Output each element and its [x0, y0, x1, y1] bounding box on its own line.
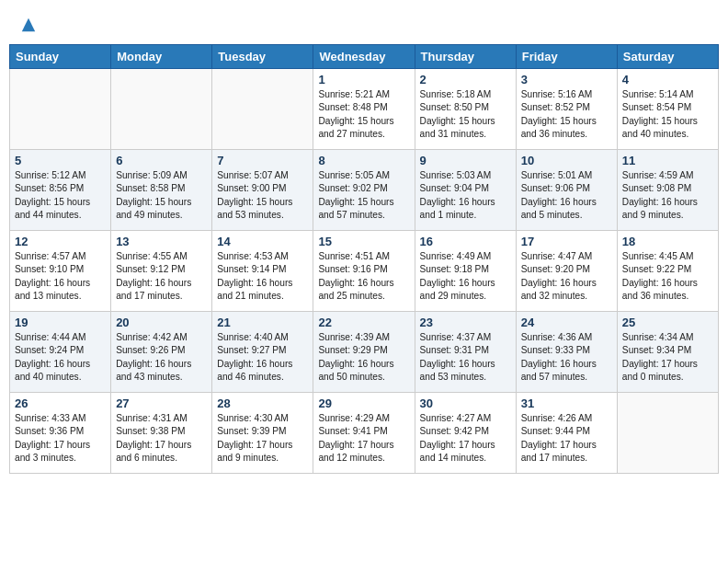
day-number: 13 [116, 235, 207, 248]
svg-marker-0 [22, 18, 35, 31]
day-detail: Sunrise: 5:14 AM Sunset: 8:54 PM Dayligh… [622, 88, 713, 141]
day-number: 22 [318, 316, 409, 329]
calendar-week-row: 19Sunrise: 4:44 AM Sunset: 9:24 PM Dayli… [10, 312, 719, 393]
day-detail: Sunrise: 4:59 AM Sunset: 9:08 PM Dayligh… [622, 169, 713, 222]
day-detail: Sunrise: 4:51 AM Sunset: 9:16 PM Dayligh… [318, 250, 409, 303]
day-number: 20 [116, 316, 207, 329]
calendar-day: 12Sunrise: 4:57 AM Sunset: 9:10 PM Dayli… [10, 231, 111, 312]
calendar-day: 8Sunrise: 5:05 AM Sunset: 9:02 PM Daylig… [313, 150, 415, 231]
calendar-week-row: 1Sunrise: 5:21 AM Sunset: 8:48 PM Daylig… [10, 69, 719, 150]
day-detail: Sunrise: 5:12 AM Sunset: 8:56 PM Dayligh… [15, 169, 106, 222]
day-detail: Sunrise: 5:18 AM Sunset: 8:50 PM Dayligh… [420, 88, 511, 141]
calendar-day: 9Sunrise: 5:03 AM Sunset: 9:04 PM Daylig… [415, 150, 516, 231]
logo [18, 18, 37, 35]
calendar-day: 13Sunrise: 4:55 AM Sunset: 9:12 PM Dayli… [111, 231, 212, 312]
day-number: 2 [420, 73, 511, 86]
calendar-day: 22Sunrise: 4:39 AM Sunset: 9:29 PM Dayli… [313, 312, 415, 393]
day-header-wednesday: Wednesday [313, 45, 415, 69]
day-number: 8 [318, 154, 409, 167]
calendar-day: 21Sunrise: 4:40 AM Sunset: 9:27 PM Dayli… [212, 312, 313, 393]
day-detail: Sunrise: 5:07 AM Sunset: 9:00 PM Dayligh… [217, 169, 308, 222]
day-number: 9 [420, 154, 511, 167]
day-number: 30 [420, 396, 511, 410]
day-detail: Sunrise: 4:42 AM Sunset: 9:26 PM Dayligh… [116, 331, 207, 384]
day-detail: Sunrise: 4:26 AM Sunset: 9:44 PM Dayligh… [521, 412, 612, 465]
day-number: 7 [217, 154, 308, 167]
day-detail: Sunrise: 4:49 AM Sunset: 9:18 PM Dayligh… [420, 250, 511, 303]
day-detail: Sunrise: 5:01 AM Sunset: 9:06 PM Dayligh… [521, 169, 612, 222]
day-number: 26 [15, 396, 106, 410]
calendar-week-row: 5Sunrise: 5:12 AM Sunset: 8:56 PM Daylig… [10, 150, 719, 231]
calendar-day: 14Sunrise: 4:53 AM Sunset: 9:14 PM Dayli… [212, 231, 313, 312]
day-number: 23 [420, 316, 511, 329]
day-number: 27 [116, 396, 207, 410]
day-number: 28 [217, 396, 308, 410]
day-detail: Sunrise: 4:57 AM Sunset: 9:10 PM Dayligh… [15, 250, 106, 303]
calendar-day: 27Sunrise: 4:31 AM Sunset: 9:38 PM Dayli… [111, 393, 212, 474]
calendar-day [617, 393, 718, 474]
day-number: 21 [217, 316, 308, 329]
day-number: 24 [521, 316, 612, 329]
calendar-day: 25Sunrise: 4:34 AM Sunset: 9:34 PM Dayli… [617, 312, 718, 393]
calendar-day: 18Sunrise: 4:45 AM Sunset: 9:22 PM Dayli… [617, 231, 718, 312]
day-number: 11 [622, 154, 713, 167]
calendar-day: 6Sunrise: 5:09 AM Sunset: 8:58 PM Daylig… [111, 150, 212, 231]
calendar-day [10, 69, 111, 150]
day-detail: Sunrise: 4:34 AM Sunset: 9:34 PM Dayligh… [622, 331, 713, 384]
calendar-day: 24Sunrise: 4:36 AM Sunset: 9:33 PM Dayli… [516, 312, 617, 393]
day-detail: Sunrise: 4:29 AM Sunset: 9:41 PM Dayligh… [318, 412, 409, 465]
calendar-day [111, 69, 212, 150]
day-detail: Sunrise: 5:16 AM Sunset: 8:52 PM Dayligh… [521, 88, 612, 141]
calendar-day: 11Sunrise: 4:59 AM Sunset: 9:08 PM Dayli… [617, 150, 718, 231]
day-detail: Sunrise: 4:33 AM Sunset: 9:36 PM Dayligh… [15, 412, 106, 465]
day-header-saturday: Saturday [617, 45, 718, 69]
day-number: 19 [15, 316, 106, 329]
calendar-day: 28Sunrise: 4:30 AM Sunset: 9:39 PM Dayli… [212, 393, 313, 474]
day-number: 15 [318, 235, 409, 248]
day-number: 6 [116, 154, 207, 167]
day-detail: Sunrise: 4:47 AM Sunset: 9:20 PM Dayligh… [521, 250, 612, 303]
day-number: 5 [15, 154, 106, 167]
calendar-day: 31Sunrise: 4:26 AM Sunset: 9:44 PM Dayli… [516, 393, 617, 474]
calendar-header-row: SundayMondayTuesdayWednesdayThursdayFrid… [10, 45, 719, 69]
day-number: 16 [420, 235, 511, 248]
day-number: 18 [622, 235, 713, 248]
calendar-day: 10Sunrise: 5:01 AM Sunset: 9:06 PM Dayli… [516, 150, 617, 231]
day-detail: Sunrise: 4:53 AM Sunset: 9:14 PM Dayligh… [217, 250, 308, 303]
day-number: 12 [15, 235, 106, 248]
calendar-table: SundayMondayTuesdayWednesdayThursdayFrid… [9, 44, 719, 474]
day-number: 1 [318, 73, 409, 86]
day-header-monday: Monday [111, 45, 212, 69]
calendar-day: 2Sunrise: 5:18 AM Sunset: 8:50 PM Daylig… [415, 69, 516, 150]
calendar-day: 4Sunrise: 5:14 AM Sunset: 8:54 PM Daylig… [617, 69, 718, 150]
calendar-day: 3Sunrise: 5:16 AM Sunset: 8:52 PM Daylig… [516, 69, 617, 150]
day-number: 17 [521, 235, 612, 248]
calendar-day: 29Sunrise: 4:29 AM Sunset: 9:41 PM Dayli… [313, 393, 415, 474]
day-detail: Sunrise: 4:55 AM Sunset: 9:12 PM Dayligh… [116, 250, 207, 303]
calendar-day [212, 69, 313, 150]
day-number: 25 [622, 316, 713, 329]
day-detail: Sunrise: 5:03 AM Sunset: 9:04 PM Dayligh… [420, 169, 511, 222]
calendar-day: 19Sunrise: 4:44 AM Sunset: 9:24 PM Dayli… [10, 312, 111, 393]
day-detail: Sunrise: 5:05 AM Sunset: 9:02 PM Dayligh… [318, 169, 409, 222]
calendar-day: 15Sunrise: 4:51 AM Sunset: 9:16 PM Dayli… [313, 231, 415, 312]
calendar-week-row: 12Sunrise: 4:57 AM Sunset: 9:10 PM Dayli… [10, 231, 719, 312]
day-header-tuesday: Tuesday [212, 45, 313, 69]
day-detail: Sunrise: 4:36 AM Sunset: 9:33 PM Dayligh… [521, 331, 612, 384]
calendar-day: 17Sunrise: 4:47 AM Sunset: 9:20 PM Dayli… [516, 231, 617, 312]
day-header-friday: Friday [516, 45, 617, 69]
day-number: 3 [521, 73, 612, 86]
calendar-day: 16Sunrise: 4:49 AM Sunset: 9:18 PM Dayli… [415, 231, 516, 312]
day-detail: Sunrise: 4:30 AM Sunset: 9:39 PM Dayligh… [217, 412, 308, 465]
day-detail: Sunrise: 4:31 AM Sunset: 9:38 PM Dayligh… [116, 412, 207, 465]
calendar-day: 23Sunrise: 4:37 AM Sunset: 9:31 PM Dayli… [415, 312, 516, 393]
day-number: 14 [217, 235, 308, 248]
day-detail: Sunrise: 5:21 AM Sunset: 8:48 PM Dayligh… [318, 88, 409, 141]
day-detail: Sunrise: 4:37 AM Sunset: 9:31 PM Dayligh… [420, 331, 511, 384]
day-header-thursday: Thursday [415, 45, 516, 69]
day-detail: Sunrise: 4:27 AM Sunset: 9:42 PM Dayligh… [420, 412, 511, 465]
day-detail: Sunrise: 4:39 AM Sunset: 9:29 PM Dayligh… [318, 331, 409, 384]
logo-text [18, 18, 37, 39]
day-header-sunday: Sunday [10, 45, 111, 69]
day-number: 29 [318, 396, 409, 410]
